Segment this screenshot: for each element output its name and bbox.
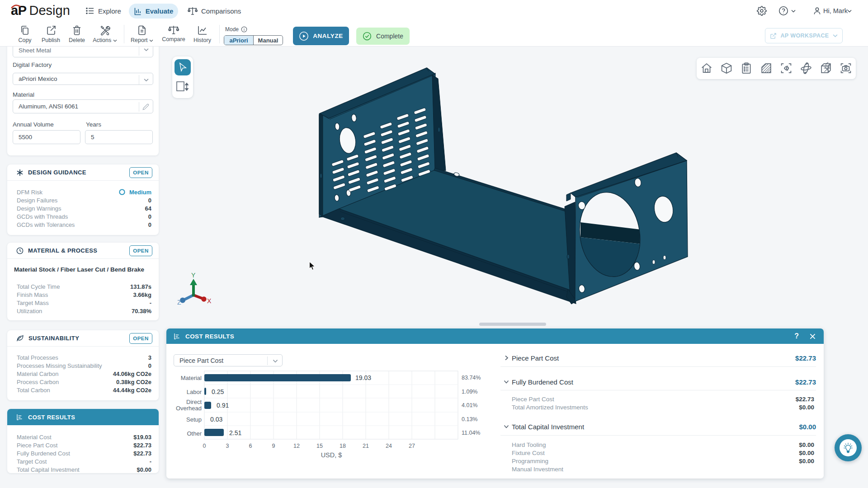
svg-text:Y: Y <box>191 272 196 279</box>
svg-text:X: X <box>207 297 212 305</box>
svg-text:Z: Z <box>177 299 181 306</box>
